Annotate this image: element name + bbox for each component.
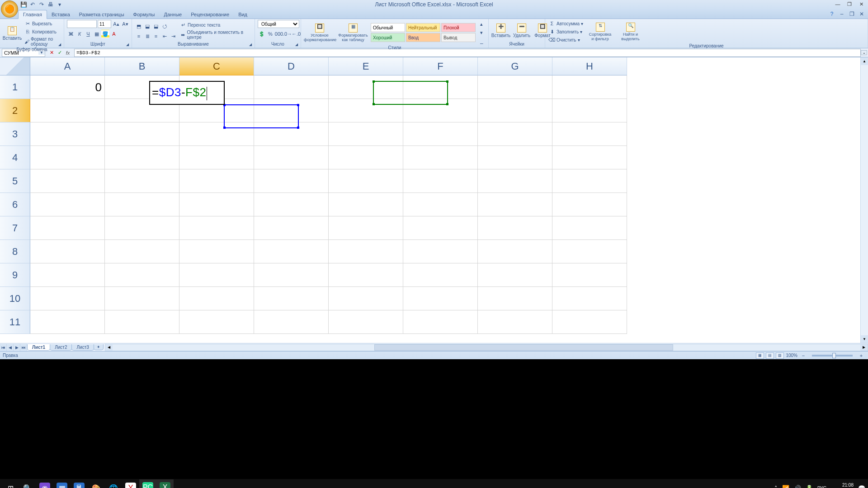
cell-F11[interactable] — [403, 310, 478, 334]
sheet-nav-first-icon[interactable]: ⏮ — [0, 344, 7, 351]
delete-cells-button[interactable]: ➖Удалить — [512, 23, 531, 39]
col-header-B[interactable]: B — [105, 57, 179, 75]
align-bottom-icon[interactable]: ⬓ — [152, 22, 160, 30]
cell-B4[interactable] — [105, 146, 179, 169]
tab-data[interactable]: Данные — [159, 10, 186, 19]
row-header-9[interactable]: 9 — [0, 263, 30, 287]
cell-C11[interactable] — [179, 310, 254, 334]
taskbar-app-2[interactable]: ▦ — [53, 479, 71, 488]
cell-A6[interactable] — [30, 193, 105, 216]
style-good[interactable]: Хороший — [371, 33, 405, 42]
zoom-in-icon[interactable]: + — [857, 352, 865, 360]
tab-review[interactable]: Рецензирование — [186, 10, 234, 19]
align-top-icon[interactable]: ⬒ — [135, 22, 143, 30]
sheet-nav-next-icon[interactable]: ▶ — [14, 344, 20, 351]
scroll-down-icon[interactable]: ▼ — [861, 335, 868, 343]
hscroll-thumb[interactable] — [374, 344, 674, 351]
cell-H11[interactable] — [552, 310, 627, 334]
redo-icon[interactable]: ↷ — [38, 1, 45, 8]
cell-F5[interactable] — [403, 169, 478, 193]
comma-icon[interactable]: 000 — [275, 30, 283, 38]
view-page-layout-icon[interactable]: ▤ — [766, 352, 774, 359]
scroll-up-icon[interactable]: ▲ — [861, 57, 868, 65]
cell-B5[interactable] — [105, 169, 179, 193]
cell-F4[interactable] — [403, 146, 478, 169]
select-all-button[interactable] — [0, 57, 30, 75]
row-header-8[interactable]: 8 — [0, 240, 30, 263]
taskbar-calculator[interactable]: 🖩 — [71, 479, 88, 488]
style-gallery-down-icon[interactable]: ▾ — [477, 28, 486, 37]
sheet-nav-last-icon[interactable]: ⏭ — [20, 344, 27, 351]
zoom-slider[interactable] — [812, 355, 853, 357]
fill-button[interactable]: ⬇Заполнить ▾ — [548, 28, 584, 35]
tray-language[interactable]: РУС — [817, 486, 826, 488]
cell-H1[interactable] — [552, 75, 627, 99]
cell-F1[interactable] — [403, 75, 478, 99]
undo-icon[interactable]: ↶ — [29, 1, 36, 8]
taskbar-paint[interactable]: 🎨 — [88, 479, 105, 488]
underline-button[interactable]: Ч — [84, 30, 92, 38]
cell-G7[interactable] — [478, 216, 552, 240]
style-output[interactable]: Вывод — [441, 33, 476, 42]
qat-customize-icon[interactable]: ▾ — [56, 1, 63, 8]
cell-A9[interactable] — [30, 263, 105, 287]
sheet-tab-2[interactable]: Лист2 — [50, 344, 72, 351]
cell-A4[interactable] — [30, 146, 105, 169]
cell-C10[interactable] — [179, 287, 254, 310]
conditional-formatting-button[interactable]: 🔲Условное форматирование — [304, 23, 335, 43]
cell-A10[interactable] — [30, 287, 105, 310]
cell-C7[interactable] — [179, 216, 254, 240]
border-button[interactable]: ▦ — [93, 30, 101, 38]
taskbar-app-1[interactable]: ◉ — [36, 479, 53, 488]
cell-E1[interactable] — [329, 75, 403, 99]
taskbar-excel[interactable]: X — [156, 479, 174, 488]
restore-button[interactable]: ❐ — [844, 0, 855, 8]
cell-F2[interactable] — [403, 99, 478, 122]
cell-D9[interactable] — [254, 263, 329, 287]
find-select-button[interactable]: 🔍Найти и выделить — [616, 22, 645, 42]
cell-A11[interactable] — [30, 310, 105, 334]
vertical-scrollbar[interactable]: ▲ ▼ — [860, 57, 868, 343]
cell-D1[interactable] — [254, 75, 329, 99]
restore-window-icon[interactable]: ❐ — [848, 10, 855, 18]
wrap-text-button[interactable]: ↵Перенос текста — [179, 21, 252, 28]
cell-G6[interactable] — [478, 193, 552, 216]
cell-F8[interactable] — [403, 240, 478, 263]
style-input[interactable]: Ввод — [406, 33, 440, 42]
cell-C8[interactable] — [179, 240, 254, 263]
search-button[interactable]: 🔍 — [19, 479, 36, 488]
hscroll-right-icon[interactable]: ▶ — [860, 344, 868, 351]
col-header-H[interactable]: H — [552, 57, 627, 75]
cell-D4[interactable] — [254, 146, 329, 169]
tab-formulas[interactable]: Формулы — [129, 10, 160, 19]
cell-F10[interactable] — [403, 287, 478, 310]
number-dialog-launcher[interactable]: ◢ — [295, 42, 300, 47]
cell-C6[interactable] — [179, 193, 254, 216]
cell-H3[interactable] — [552, 122, 627, 146]
cell-F6[interactable] — [403, 193, 478, 216]
font-size-combo[interactable] — [98, 20, 111, 28]
cell-A7[interactable] — [30, 216, 105, 240]
cell-G9[interactable] — [478, 263, 552, 287]
merge-center-button[interactable]: ⬌Объединить и поместить в центре — [179, 29, 252, 40]
cell-F9[interactable] — [403, 263, 478, 287]
cell-G3[interactable] — [478, 122, 552, 146]
cell-editor[interactable]: =$D3-F$2 — [149, 81, 225, 105]
cell-G11[interactable] — [478, 310, 552, 334]
cell-H9[interactable] — [552, 263, 627, 287]
cell-H2[interactable] — [552, 99, 627, 122]
tab-home[interactable]: Главная — [18, 10, 47, 19]
sheet-nav-prev-icon[interactable]: ◀ — [7, 344, 14, 351]
zoom-out-icon[interactable]: − — [799, 352, 807, 360]
cell-H8[interactable] — [552, 240, 627, 263]
taskbar-pycharm[interactable]: PC — [139, 479, 156, 488]
zoom-thumb[interactable] — [832, 353, 836, 358]
close-button[interactable]: ✕ — [855, 0, 867, 8]
fx-icon[interactable]: fx — [64, 49, 71, 56]
cell-A3[interactable] — [30, 122, 105, 146]
cell-E4[interactable] — [329, 146, 403, 169]
office-button[interactable]: 🟠 — [1, 0, 18, 18]
sort-filter-button[interactable]: ⇅Сортировка и фильтр — [586, 22, 614, 42]
tray-notifications-icon[interactable]: 💬 — [858, 485, 865, 488]
cell-F3[interactable] — [403, 122, 478, 146]
